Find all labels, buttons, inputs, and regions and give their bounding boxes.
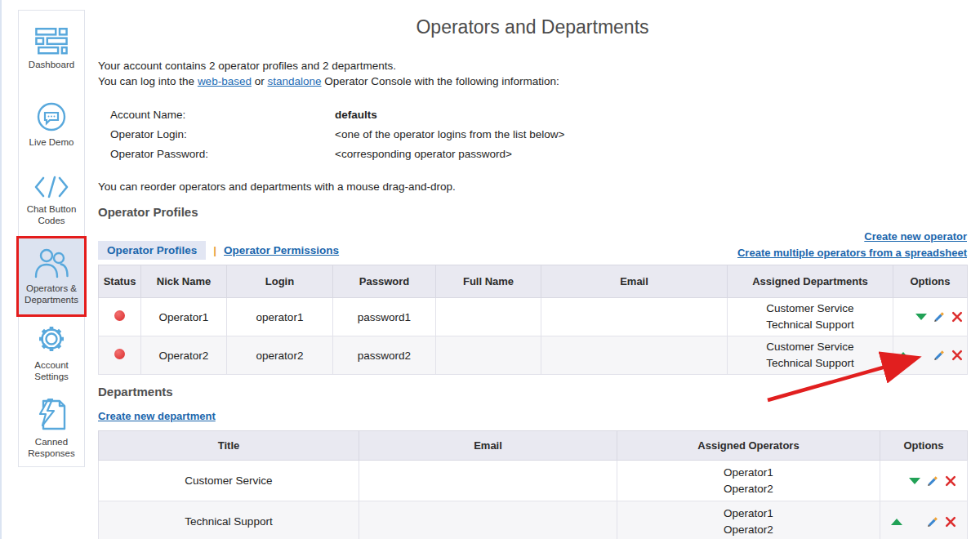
sidebar-item-live-demo[interactable]: Live Demo xyxy=(19,87,84,163)
edit-pencil-icon[interactable] xyxy=(930,310,948,323)
create-new-operator-link[interactable]: Create new operator xyxy=(864,230,967,243)
move-up-icon[interactable] xyxy=(894,352,912,359)
col-title: Title xyxy=(99,431,359,461)
intro-line-1: Your account contains 2 operator profile… xyxy=(98,58,559,74)
col-options: Options xyxy=(893,265,968,298)
tab-operator-permissions[interactable]: Operator Permissions xyxy=(224,244,339,256)
status-offline-icon xyxy=(114,349,125,359)
password-cell: password2 xyxy=(333,336,436,375)
email-cell xyxy=(541,336,728,375)
intro-text: Your account contains 2 operator profile… xyxy=(98,58,559,89)
operator-tabs: Operator Profiles | Operator Permissions xyxy=(98,241,339,260)
sidebar-item-dashboard[interactable]: Dashboard xyxy=(19,11,84,87)
department-row[interactable]: Customer Service Operator1 Operator2 xyxy=(99,461,968,501)
operator-password-row: Operator Password: <corresponding operat… xyxy=(110,145,564,164)
sidebar-item-label: Chat Button Codes xyxy=(20,203,82,227)
create-multiple-operators-link[interactable]: Create multiple operators from a spreads… xyxy=(737,247,967,259)
account-name-label: Account Name: xyxy=(110,105,335,125)
operator-login-value: <one of the operator logins from the lis… xyxy=(335,125,564,145)
departments-table: Title Email Assigned Operators Options C… xyxy=(98,430,968,539)
col-assigned-operators: Assigned Operators xyxy=(617,431,880,461)
live-demo-icon xyxy=(36,101,67,132)
operators-departments-icon xyxy=(33,247,69,278)
departments-cell: Customer Service Technical Support xyxy=(728,298,893,336)
options-cell xyxy=(880,501,968,539)
full-name-cell xyxy=(436,298,541,336)
tab-operator-profiles[interactable]: Operator Profiles xyxy=(98,241,206,260)
standalone-link[interactable]: standalone xyxy=(267,75,321,87)
delete-x-icon[interactable] xyxy=(948,311,966,323)
sidebar-item-label: Account Settings xyxy=(20,359,82,383)
intro-line-2: You can log into the web-based or standa… xyxy=(98,74,559,89)
sidebar-item-label: Operators & Departments xyxy=(20,283,82,306)
title-cell: Technical Support xyxy=(99,501,359,539)
operator-password-value: <corresponding operator password> xyxy=(335,145,512,164)
departments-heading: Departments xyxy=(98,385,173,399)
delete-x-icon[interactable] xyxy=(948,350,966,361)
col-email: Email xyxy=(541,265,728,298)
full-name-cell xyxy=(436,336,541,375)
chat-button-codes-icon xyxy=(33,175,69,199)
options-cell xyxy=(893,336,968,375)
edit-pencil-icon[interactable] xyxy=(930,349,948,362)
options-cell xyxy=(893,298,968,336)
status-cell xyxy=(99,336,141,375)
sidebar: Dashboard Live Demo xyxy=(18,10,85,467)
sidebar-item-operators-departments[interactable]: Operators & Departments xyxy=(19,238,84,314)
account-info: Account Name: defaults Operator Login: <… xyxy=(110,105,564,164)
operators-table: Status Nick Name Login Password Full Nam… xyxy=(98,265,968,375)
edit-pencil-icon[interactable] xyxy=(924,474,942,488)
col-login: Login xyxy=(227,265,333,298)
operators-table-header: Status Nick Name Login Password Full Nam… xyxy=(99,265,968,298)
move-down-icon[interactable] xyxy=(912,314,930,320)
operators-cell: Operator1 Operator2 xyxy=(617,461,880,501)
sidebar-item-label: Dashboard xyxy=(20,59,82,70)
tab-separator: | xyxy=(213,244,216,256)
operator-row[interactable]: Operator2 operator2 password2 Customer S… xyxy=(99,336,968,375)
operator-password-label: Operator Password: xyxy=(110,145,335,164)
operator-row[interactable]: Operator1 operator1 password1 Customer S… xyxy=(99,298,968,336)
login-cell: operator1 xyxy=(227,298,333,336)
operator-profiles-heading: Operator Profiles xyxy=(98,205,198,219)
nick-cell: Operator1 xyxy=(141,298,227,336)
col-password: Password xyxy=(333,265,436,298)
sidebar-item-label: Live Demo xyxy=(20,136,82,148)
move-down-icon[interactable] xyxy=(906,478,924,484)
create-department-wrap: Create new department xyxy=(98,408,216,423)
sidebar-item-chat-button-codes[interactable]: Chat Button Codes xyxy=(19,163,84,238)
status-offline-icon xyxy=(114,310,125,321)
delete-x-icon[interactable] xyxy=(942,516,960,528)
departments-cell: Customer Service Technical Support xyxy=(728,336,893,375)
web-based-link[interactable]: web-based xyxy=(198,75,252,87)
account-name-value: defaults xyxy=(335,105,377,125)
nick-cell: Operator2 xyxy=(141,336,227,375)
sidebar-item-canned-responses[interactable]: Canned Responses xyxy=(19,390,84,466)
move-up-icon[interactable] xyxy=(888,519,906,525)
col-status: Status xyxy=(99,265,141,298)
create-new-department-link[interactable]: Create new department xyxy=(98,410,216,422)
account-settings-icon xyxy=(35,323,68,355)
password-cell: password1 xyxy=(333,298,436,336)
department-row[interactable]: Technical Support Operator1 Operator2 xyxy=(99,501,968,539)
col-nick-name: Nick Name xyxy=(141,265,227,298)
options-cell xyxy=(880,461,968,501)
operators-departments-page: Dashboard Live Demo xyxy=(0,0,980,539)
col-email: Email xyxy=(359,431,617,461)
canned-responses-icon xyxy=(35,398,68,432)
email-cell xyxy=(359,501,617,539)
delete-x-icon[interactable] xyxy=(942,475,960,487)
email-cell xyxy=(359,461,617,501)
edit-pencil-icon[interactable] xyxy=(924,515,942,528)
login-cell: operator2 xyxy=(227,336,333,375)
operators-cell: Operator1 Operator2 xyxy=(617,501,880,539)
dashboard-icon xyxy=(35,27,68,55)
operator-login-row: Operator Login: <one of the operator log… xyxy=(110,125,564,145)
email-cell xyxy=(541,298,728,336)
page-title: Operators and Departments xyxy=(98,16,967,38)
status-cell xyxy=(99,298,141,336)
sidebar-item-account-settings[interactable]: Account Settings xyxy=(19,314,84,390)
account-name-row: Account Name: defaults xyxy=(110,105,564,125)
col-assigned-departments: Assigned Departments xyxy=(728,265,893,298)
sidebar-item-label: Canned Responses xyxy=(20,436,82,460)
col-full-name: Full Name xyxy=(436,265,541,298)
